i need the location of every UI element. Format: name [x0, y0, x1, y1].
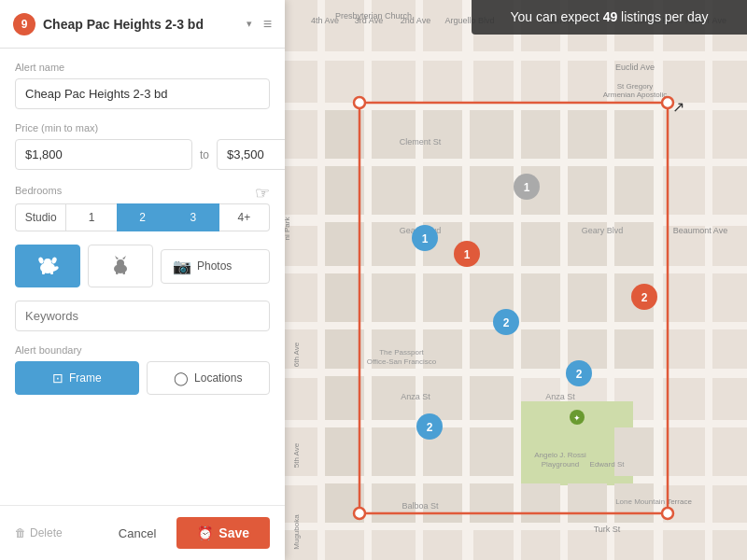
svg-text:1: 1 [422, 232, 429, 245]
svg-rect-133 [116, 270, 119, 274]
trash-icon: 🗑 [15, 526, 26, 539]
svg-text:Beaumont Ave: Beaumont Ave [673, 226, 727, 235]
notification-bar: You can expect 49 listings per day [472, 0, 747, 35]
svg-text:1: 1 [464, 248, 471, 261]
svg-rect-57 [325, 376, 364, 420]
svg-marker-136 [122, 256, 126, 259]
bedrooms-field: Bedrooms ☞ Studio 1 2 3 4+ [15, 183, 270, 231]
bed-btn-studio[interactable]: Studio [15, 203, 65, 231]
svg-text:Turk St: Turk St [594, 525, 621, 534]
price-label: Price (min to max) [15, 122, 270, 133]
svg-text:2: 2 [576, 368, 583, 381]
keywords-field [15, 301, 270, 331]
svg-text:✦: ✦ [573, 413, 581, 423]
cancel-button[interactable]: Cancel [106, 519, 169, 548]
boundary-label: Alert boundary [15, 344, 270, 356]
boundary-field: Alert boundary ⊡ Frame ◯ Locations [15, 344, 270, 395]
alert-title: Cheap Pac Heights 2-3 bd [43, 17, 235, 32]
price-max-input[interactable] [217, 139, 285, 170]
photos-button[interactable]: 📷 Photos [161, 249, 270, 284]
alert-name-input[interactable] [15, 78, 270, 109]
svg-rect-49 [325, 329, 364, 369]
svg-rect-102 [359, 103, 668, 513]
cat-amenity-button[interactable] [88, 245, 153, 287]
svg-point-129 [50, 257, 57, 264]
sidebar-header: 9 Cheap Pac Heights 2-3 bd ▾ ≡ [0, 0, 285, 49]
sidebar-panel: 9 Cheap Pac Heights 2-3 bd ▾ ≡ Alert nam… [0, 0, 285, 560]
svg-point-105 [354, 508, 365, 519]
svg-marker-135 [115, 256, 119, 259]
svg-rect-21 [325, 110, 364, 159]
svg-text:Armenian Apostolic: Armenian Apostolic [603, 91, 667, 99]
radio-icon: ◯ [174, 371, 189, 385]
svg-point-103 [354, 97, 365, 108]
photos-label: Photos [197, 259, 232, 273]
svg-text:5th Ave: 5th Ave [292, 442, 301, 468]
delete-button[interactable]: 🗑 Delete [15, 526, 63, 539]
alert-name-field: Alert name [15, 62, 270, 109]
svg-text:2: 2 [641, 291, 648, 304]
listings-count: 49 [603, 9, 618, 24]
bedrooms-cursor-icon: ☞ [255, 183, 270, 203]
price-to-label: to [200, 148, 209, 161]
svg-text:6th Ave: 6th Ave [292, 342, 301, 367]
svg-text:Muguboka: Muguboka [292, 514, 301, 550]
svg-point-128 [37, 257, 44, 264]
svg-text:St Gregory: St Gregory [617, 82, 654, 91]
frame-button[interactable]: ⊡ Frame [15, 361, 139, 395]
bedrooms-row: Studio 1 2 3 4+ [15, 203, 270, 231]
svg-rect-61 [325, 427, 364, 476]
bedrooms-label: Bedrooms [15, 185, 62, 196]
svg-text:↗: ↗ [672, 99, 684, 115]
frame-icon: ⊡ [52, 371, 63, 385]
keywords-input[interactable] [15, 301, 270, 331]
alarm-icon: ⏰ [197, 525, 213, 540]
svg-point-132 [117, 259, 124, 267]
svg-point-106 [662, 508, 673, 519]
svg-text:1: 1 [524, 181, 530, 194]
bed-btn-3[interactable]: 3 [168, 203, 218, 231]
dog-amenity-button[interactable] [15, 245, 80, 287]
svg-text:2: 2 [503, 316, 510, 329]
svg-text:Presbyterian Church: Presbyterian Church [335, 11, 412, 21]
sidebar-footer: 🗑 Delete Cancel ⏰ Save [0, 505, 285, 560]
locations-label: Locations [194, 371, 242, 385]
camera-icon: 📷 [173, 258, 191, 275]
bed-btn-4plus[interactable]: 4+ [219, 203, 270, 231]
dropdown-button[interactable]: ▾ [243, 16, 256, 32]
save-label: Save [218, 525, 249, 540]
frame-label: Frame [69, 371, 102, 385]
boundary-row: ⊡ Frame ◯ Locations [15, 361, 270, 395]
sidebar-body: Alert name Price (min to max) to Bedroom… [0, 49, 285, 505]
menu-button[interactable]: ≡ [263, 16, 272, 33]
svg-text:2: 2 [427, 421, 433, 434]
svg-rect-134 [123, 270, 126, 274]
svg-rect-12 [317, 0, 325, 560]
delete-label: Delete [30, 526, 63, 539]
svg-rect-20 [705, 0, 712, 560]
amenities-row: 📷 Photos [15, 245, 270, 287]
svg-point-125 [44, 259, 51, 266]
save-button[interactable]: ⏰ Save [176, 517, 270, 549]
bed-btn-2[interactable]: 2 [117, 203, 168, 231]
bed-btn-1[interactable]: 1 [65, 203, 116, 231]
svg-rect-42 [325, 273, 364, 322]
svg-rect-126 [42, 269, 45, 274]
notification-text: You can expect 49 listings per day [511, 9, 709, 24]
locations-button[interactable]: ◯ Locations [147, 361, 271, 395]
alert-badge: 9 [13, 13, 35, 35]
price-min-input[interactable] [15, 139, 192, 170]
alert-name-label: Alert name [15, 62, 270, 73]
svg-text:Euclid Ave: Euclid Ave [615, 63, 655, 72]
price-field: Price (min to max) to [15, 122, 270, 170]
svg-rect-35 [325, 222, 364, 266]
svg-rect-28 [325, 166, 364, 215]
price-row: to [15, 139, 270, 170]
